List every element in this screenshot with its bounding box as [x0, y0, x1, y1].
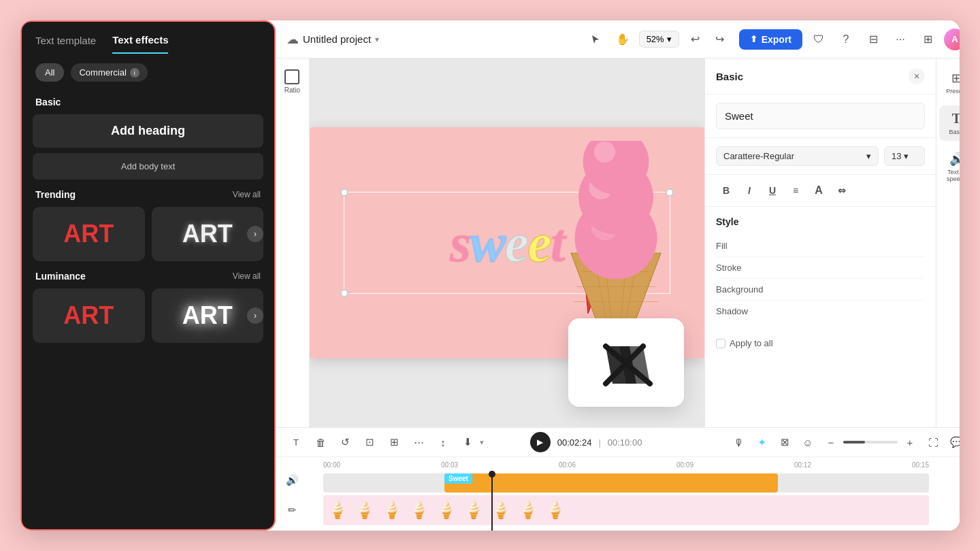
luminance-card-1[interactable]: ART	[33, 288, 145, 343]
underline-btn[interactable]: U	[762, 180, 783, 201]
image-track[interactable]: 🍦 🍦 🍦 🍦 🍦 🍦 🍦 🍦 🍦	[323, 495, 929, 525]
cursor-tool-btn[interactable]	[585, 29, 606, 50]
undo-btn[interactable]: ↩	[685, 29, 706, 50]
format-row: B I U ≡ A ⇔	[705, 175, 936, 207]
top-bar: ☁ Untitled project ▾ ✋ 52% ▾ ↩ ↪	[276, 20, 960, 59]
tl-delete-btn[interactable]: 🗑	[311, 433, 330, 452]
hand-tool-btn[interactable]: ✋	[612, 29, 634, 50]
basic-section-label: Basic	[22, 91, 274, 114]
redo-btn[interactable]: ↪	[709, 29, 731, 50]
tl-right-tools: 🎙 ✦ ⊠ ☺ − + ⛶ 💬	[729, 433, 960, 452]
spacing-btn[interactable]: ⇔	[832, 180, 852, 201]
selection-handle-tl[interactable]	[340, 188, 348, 197]
comments-btn[interactable]: 💬	[947, 433, 960, 452]
background-label: Background	[716, 284, 763, 295]
main-area: ☁ Untitled project ▾ ✋ 52% ▾ ↩ ↪	[276, 20, 960, 531]
emoji-btn[interactable]: ☺	[798, 433, 817, 452]
size-btn[interactable]: A	[808, 180, 829, 201]
add-heading-btn[interactable]: Add heading	[33, 114, 263, 148]
trending-art-card-1[interactable]: ART	[33, 207, 145, 261]
presets-icon-btn[interactable]: ⊞ Presets	[939, 65, 960, 100]
ratio-btn[interactable]: Ratio	[280, 65, 304, 98]
font-size-select[interactable]: 13 ▾	[884, 146, 925, 166]
tl-more-btn[interactable]: ⋯	[409, 433, 428, 452]
track-edit-btn[interactable]: ✏	[282, 495, 301, 525]
text-input-field[interactable]	[716, 103, 925, 129]
tl-crop-btn[interactable]: ⊡	[360, 433, 379, 452]
avatar[interactable]: A	[944, 29, 960, 50]
tts-icon: 🔊	[949, 152, 960, 167]
layers-icon-btn[interactable]: ⊟	[862, 29, 884, 50]
trending-art-arrow[interactable]: ›	[247, 226, 263, 242]
ruler-mark-6: 00:06	[559, 461, 576, 469]
zoom-slider[interactable]	[843, 441, 898, 444]
stroke-label: Stroke	[716, 263, 742, 273]
ruler-mark-12: 00:12	[794, 461, 811, 469]
timeline-ruler: 00:00 00:03 00:06 00:09 00:12 00:15	[276, 457, 960, 471]
panel-close-btn[interactable]: ×	[909, 68, 925, 84]
basic-icon: T	[952, 111, 960, 127]
project-name: Untitled project	[303, 33, 371, 45]
play-btn[interactable]: ▶	[530, 432, 551, 452]
ruler-mark-3: 00:03	[441, 461, 458, 469]
ice-cream-thumb-3: 🍦	[382, 501, 402, 520]
apply-all-row: Apply to all	[705, 331, 936, 355]
shield-icon-btn[interactable]: 🛡	[808, 29, 830, 50]
detach-btn[interactable]: ⊠	[775, 433, 794, 452]
text-track[interactable]: Sweet	[323, 473, 929, 492]
tab-text-template[interactable]: Text template	[35, 35, 96, 53]
mic-btn[interactable]: 🎙	[729, 433, 748, 452]
filter-all-btn[interactable]: All	[35, 63, 64, 82]
luminance-art-arrow[interactable]: ›	[247, 307, 263, 324]
zoom-in-tl-btn[interactable]: +	[900, 433, 919, 452]
tab-text-effects[interactable]: Text effects	[112, 34, 168, 54]
layout-icon-btn[interactable]: ⊞	[917, 29, 938, 50]
right-icons-panel: ⊞ Presets T Basic 🔊 Text to speech	[936, 59, 960, 427]
zoom-control[interactable]: 52% ▾	[639, 31, 679, 48]
tl-download-area: ⬇ ▾	[458, 433, 484, 452]
style-title: Style	[716, 216, 925, 227]
presets-icon: ⊞	[951, 71, 960, 86]
canvas-sidebar-left: Ratio	[276, 59, 310, 427]
clip-label: Sweet	[444, 473, 472, 484]
add-body-btn[interactable]: Add body text	[33, 153, 263, 180]
align-btn[interactable]: ≡	[785, 180, 806, 201]
trending-view-all[interactable]: View all	[233, 190, 261, 199]
bottom-timeline: T 🗑 ↺ ⊡ ⊞ ⋯ ↕ ⬇ ▾ ▶ 00:02:24 | 00:10:00	[276, 427, 960, 531]
tl-align-btn[interactable]: ↕	[434, 433, 453, 452]
luminance-section-row: Luminance View all	[22, 261, 274, 288]
basic-icon-btn[interactable]: T Basic	[939, 105, 960, 141]
zoom-out-tl-btn[interactable]: −	[821, 433, 840, 452]
tts-label: Text to speech	[942, 169, 960, 182]
bold-btn[interactable]: B	[716, 180, 736, 201]
tl-text-btn[interactable]: T	[287, 433, 306, 452]
selection-handle-bl[interactable]	[340, 289, 348, 297]
apply-all-label: Apply to all	[730, 338, 773, 348]
basic-buttons: Add heading Add body text	[22, 114, 274, 180]
panel-title: Basic	[716, 71, 743, 82]
fullscreen-btn[interactable]: ⛶	[924, 433, 943, 452]
canvas-main[interactable]: s w e e t	[310, 59, 704, 427]
style-section: Style Fill Stroke Background Shadow	[705, 207, 936, 331]
filter-row: All Commercial i	[22, 54, 274, 91]
luminance-view-all[interactable]: View all	[233, 271, 261, 281]
more-icon-btn[interactable]: ···	[889, 29, 911, 50]
track-vol-btn[interactable]: 🔊	[282, 471, 301, 490]
font-select[interactable]: Carattere-Regular ▾	[716, 146, 879, 166]
timeline-cursor	[491, 471, 493, 531]
filter-commercial-btn[interactable]: Commercial i	[71, 63, 147, 82]
tts-icon-btn[interactable]: 🔊 Text to speech	[939, 146, 960, 188]
tl-download-btn[interactable]: ⬇	[458, 433, 477, 452]
export-btn[interactable]: ⬆ Export	[739, 29, 802, 50]
tl-split-btn[interactable]: ⊞	[385, 433, 404, 452]
help-icon-btn[interactable]: ?	[835, 29, 857, 50]
ice-cream-thumb-2: 🍦	[355, 501, 375, 520]
trending-label: Trending	[35, 189, 76, 200]
apply-all-checkbox[interactable]	[716, 339, 725, 348]
fill-label: Fill	[716, 241, 728, 251]
chevron-down-icon: ▾	[667, 34, 672, 44]
italic-btn[interactable]: I	[739, 180, 760, 201]
tl-refresh-btn[interactable]: ↺	[336, 433, 355, 452]
fill-row: Fill	[716, 235, 925, 257]
ai-btn[interactable]: ✦	[752, 433, 771, 452]
